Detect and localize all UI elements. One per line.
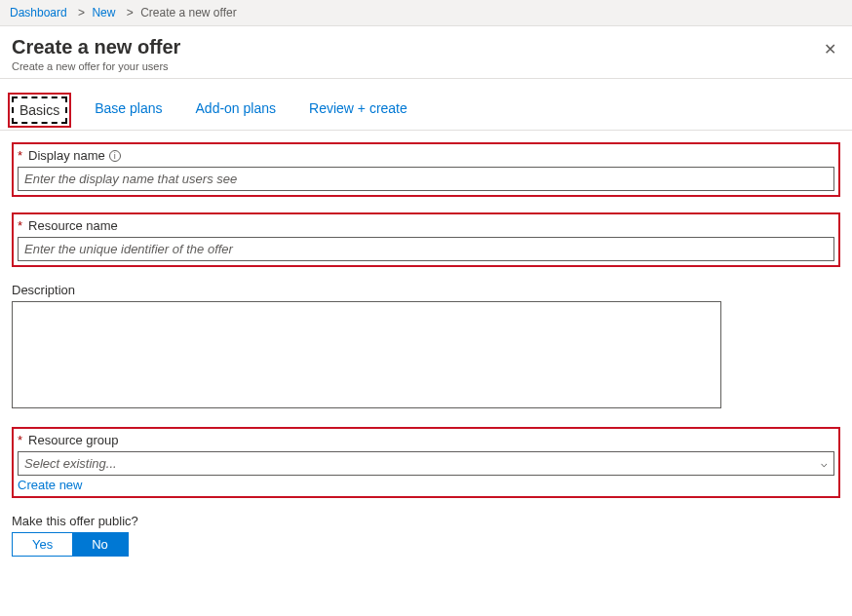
public-label: Make this offer public? (12, 514, 138, 528)
breadcrumb-current: Create a new offer (140, 6, 237, 19)
required-indicator: * (18, 218, 22, 233)
public-group: Make this offer public? Yes No (12, 514, 840, 557)
required-indicator: * (18, 433, 22, 447)
breadcrumb-sep: > (78, 6, 85, 19)
tab-addon-plans[interactable]: Add-on plans (190, 96, 283, 124)
breadcrumb-sep: > (127, 6, 134, 19)
tab-review-create[interactable]: Review + create (303, 96, 413, 124)
public-toggle: Yes No (12, 532, 129, 557)
description-label: Description (12, 283, 75, 297)
close-icon[interactable]: ✕ (820, 36, 840, 62)
display-name-label: Display name (28, 148, 105, 163)
resource-name-group: * Resource name (12, 212, 840, 267)
resource-group-placeholder: Select existing... (24, 456, 117, 471)
required-indicator: * (18, 148, 22, 163)
breadcrumb: Dashboard > New > Create a new offer (0, 0, 852, 26)
info-icon[interactable]: i (109, 150, 121, 162)
resource-group-label: Resource group (28, 433, 119, 447)
description-group: Description (12, 283, 721, 411)
resource-group-group: * Resource group Select existing... ⌵ Cr… (12, 427, 840, 498)
display-name-group: * Display name i (12, 142, 840, 197)
page-subtitle: Create a new offer for your users (12, 60, 180, 72)
description-input[interactable] (12, 301, 721, 408)
resource-name-label: Resource name (28, 218, 118, 233)
resource-group-select[interactable]: Select existing... ⌵ (18, 451, 834, 476)
chevron-down-icon: ⌵ (821, 457, 828, 470)
display-name-input[interactable] (18, 167, 834, 191)
public-yes-button[interactable]: Yes (13, 533, 72, 556)
public-no-button[interactable]: No (72, 533, 128, 556)
tab-base-plans[interactable]: Base plans (89, 96, 168, 124)
resource-name-input[interactable] (18, 237, 834, 261)
tab-basics[interactable]: Basics (12, 96, 67, 124)
create-new-link[interactable]: Create new (18, 478, 82, 492)
page-title: Create a new offer (12, 36, 180, 58)
breadcrumb-new[interactable]: New (92, 6, 115, 19)
tabs: Basics Base plans Add-on plans Review + … (0, 79, 852, 131)
breadcrumb-dashboard[interactable]: Dashboard (10, 6, 67, 19)
